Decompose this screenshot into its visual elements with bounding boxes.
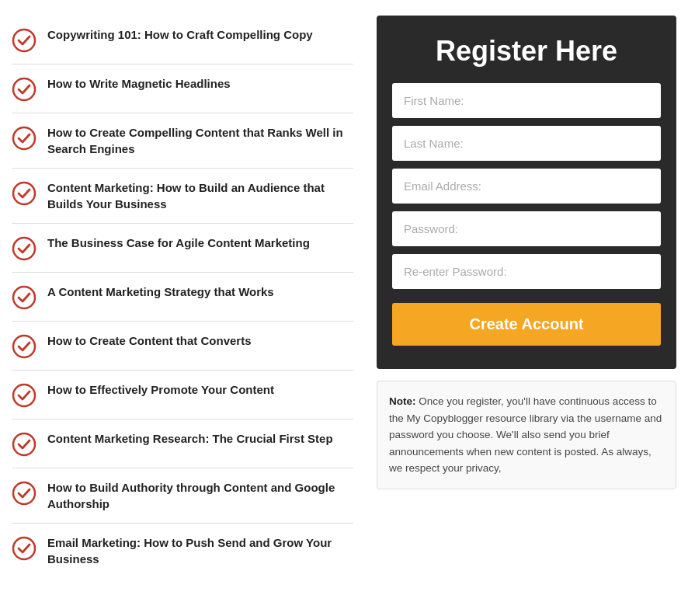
first-name-input[interactable]	[392, 83, 661, 118]
register-title: Register Here	[392, 35, 661, 68]
check-icon	[12, 481, 36, 506]
list-item: Content Marketing Research: The Crucial …	[12, 419, 353, 468]
list-item: Email Marketing: How to Push Send and Gr…	[12, 524, 353, 578]
note-label: Note:	[389, 395, 416, 407]
svg-point-10	[13, 538, 35, 559]
first-name-field[interactable]	[392, 83, 661, 118]
check-icon	[12, 77, 36, 102]
course-title: How to Effectively Promote Your Content	[47, 381, 274, 398]
check-icon	[12, 334, 36, 359]
list-item: How to Create Compelling Content that Ra…	[12, 113, 353, 169]
course-title: The Business Case for Agile Content Mark…	[47, 235, 310, 251]
check-icon	[12, 383, 36, 408]
check-icon	[12, 285, 36, 310]
check-icon	[12, 536, 36, 561]
course-title: A Content Marketing Strategy that Works	[47, 284, 274, 300]
svg-point-8	[13, 433, 35, 455]
check-icon	[12, 181, 36, 206]
note-text: Once you register, you'll have continuou…	[389, 395, 662, 474]
course-title: How to Write Magnetic Headlines	[47, 75, 231, 92]
course-list: Copywriting 101: How to Craft Compelling…	[0, 8, 365, 608]
course-title: Content Marketing Research: The Crucial …	[47, 430, 333, 447]
reenter-password-input[interactable]	[392, 254, 661, 289]
course-title: How to Build Authority through Content a…	[47, 479, 353, 512]
list-item: A Content Marketing Strategy that Works	[12, 273, 353, 322]
list-item: The Business Case for Agile Content Mark…	[12, 224, 353, 273]
svg-point-1	[13, 78, 35, 100]
svg-point-4	[13, 238, 35, 259]
check-icon	[12, 28, 36, 53]
check-icon	[12, 126, 36, 151]
course-title: Copywriting 101: How to Craft Compelling…	[47, 26, 313, 43]
email-field[interactable]	[392, 169, 661, 204]
note-box: Note: Once you register, you'll have con…	[377, 381, 676, 489]
svg-point-7	[13, 385, 35, 406]
svg-point-9	[13, 482, 35, 504]
svg-point-6	[13, 336, 35, 357]
email-input[interactable]	[392, 169, 661, 204]
last-name-input[interactable]	[392, 126, 661, 161]
password-field[interactable]	[392, 211, 661, 246]
list-item: Content Marketing: How to Build an Audie…	[12, 169, 353, 224]
reenter-password-field[interactable]	[392, 254, 661, 289]
list-item: How to Write Magnetic Headlines	[12, 64, 353, 113]
svg-point-2	[13, 127, 35, 149]
course-title: How to Create Compelling Content that Ra…	[47, 124, 353, 157]
create-account-button[interactable]: Create Account	[392, 303, 661, 346]
check-icon	[12, 432, 36, 457]
course-title: Content Marketing: How to Build an Audie…	[47, 179, 353, 212]
svg-point-3	[13, 183, 35, 204]
register-box: Register Here Create Account	[377, 16, 676, 369]
course-title: How to Create Content that Converts	[47, 332, 252, 349]
list-item: How to Effectively Promote Your Content	[12, 371, 353, 419]
list-item: Copywriting 101: How to Craft Compelling…	[12, 16, 353, 64]
list-item: How to Create Content that Converts	[12, 322, 353, 371]
svg-point-5	[13, 287, 35, 308]
course-title: Email Marketing: How to Push Send and Gr…	[47, 534, 353, 567]
check-icon	[12, 236, 36, 261]
list-item: How to Build Authority through Content a…	[12, 468, 353, 524]
right-panel: Register Here Create Account Note: Once …	[365, 8, 688, 608]
svg-point-0	[13, 30, 35, 51]
last-name-field[interactable]	[392, 126, 661, 161]
password-input[interactable]	[392, 211, 661, 246]
